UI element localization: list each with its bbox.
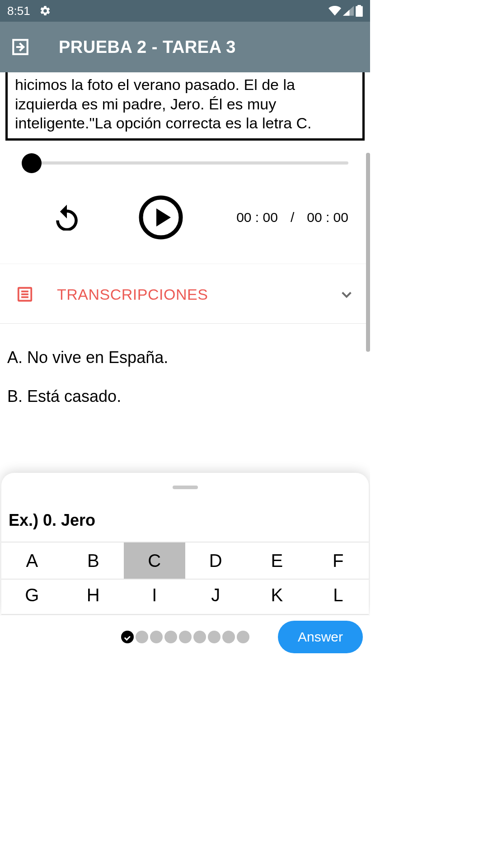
progress-dot-8[interactable] bbox=[222, 631, 235, 643]
answer-cell-A[interactable]: A bbox=[1, 542, 63, 579]
audio-player: 00 : 00 / 00 : 00 bbox=[0, 141, 370, 258]
answer-cell-I[interactable]: I bbox=[124, 580, 185, 614]
audio-time: 00 : 00 / 00 : 00 bbox=[236, 210, 348, 225]
transcripts-label: TRANSCRIPCIONES bbox=[57, 286, 316, 303]
audio-total-time: 00 : 00 bbox=[307, 210, 348, 225]
replay-icon[interactable] bbox=[55, 204, 79, 231]
status-right bbox=[328, 5, 363, 17]
answer-cell-G[interactable]: G bbox=[1, 580, 63, 614]
bottom-bar: Answer bbox=[0, 615, 370, 658]
play-icon[interactable] bbox=[138, 195, 183, 240]
audio-current-time: 00 : 00 bbox=[236, 210, 278, 225]
progress-dot-4[interactable] bbox=[164, 631, 177, 643]
status-bar: 8:51 bbox=[0, 0, 370, 22]
exit-icon[interactable] bbox=[11, 38, 30, 57]
battery-icon bbox=[356, 5, 363, 17]
scroll-indicator[interactable] bbox=[366, 153, 370, 352]
progress-dot-5[interactable] bbox=[179, 631, 192, 643]
wifi-icon bbox=[328, 6, 341, 16]
progress-dot-3[interactable] bbox=[150, 631, 163, 643]
progress-dot-9[interactable] bbox=[237, 631, 249, 643]
content-area: hicimos la foto el verano pasado. El de … bbox=[0, 72, 370, 615]
progress-dot-6[interactable] bbox=[193, 631, 206, 643]
seek-track-line bbox=[22, 161, 348, 165]
answer-cell-B[interactable]: B bbox=[63, 542, 124, 579]
seek-thumb[interactable] bbox=[22, 153, 42, 173]
chevron-down-icon bbox=[339, 287, 354, 302]
app-bar: PRUEBA 2 - TAREA 3 bbox=[0, 22, 370, 72]
cellular-icon bbox=[343, 6, 354, 16]
seek-slider[interactable] bbox=[22, 153, 348, 173]
answer-row-1: A B C D E F bbox=[1, 542, 369, 580]
page-title: PRUEBA 2 - TAREA 3 bbox=[59, 38, 236, 57]
progress-dots bbox=[121, 631, 249, 643]
answer-cell-C[interactable]: C bbox=[124, 542, 185, 579]
audio-time-separator: / bbox=[291, 210, 294, 225]
gear-icon bbox=[39, 5, 51, 17]
answer-button[interactable]: Answer bbox=[278, 621, 363, 653]
option-b: B. Está casado. bbox=[7, 377, 363, 416]
answer-cell-F[interactable]: F bbox=[308, 542, 369, 579]
answer-sheet: Ex.) 0. Jero A B C D E F G H I J K L bbox=[1, 473, 369, 615]
passage-text: hicimos la foto el verano pasado. El de … bbox=[15, 76, 312, 132]
sheet-drag-handle[interactable] bbox=[173, 486, 198, 489]
svg-rect-1 bbox=[357, 5, 361, 7]
transcript-list-icon bbox=[16, 286, 33, 303]
progress-dot-1[interactable] bbox=[121, 631, 134, 643]
passage-box: hicimos la foto el verano pasado. El de … bbox=[5, 72, 365, 141]
sheet-title: Ex.) 0. Jero bbox=[1, 511, 369, 542]
audio-controls: 00 : 00 / 00 : 00 bbox=[22, 195, 348, 240]
answer-grid: A B C D E F G H I J K L bbox=[1, 542, 369, 615]
svg-rect-0 bbox=[356, 6, 363, 17]
answer-cell-D[interactable]: D bbox=[185, 542, 247, 579]
answer-cell-J[interactable]: J bbox=[185, 580, 247, 614]
answer-cell-L[interactable]: L bbox=[308, 580, 369, 614]
progress-dot-2[interactable] bbox=[136, 631, 148, 643]
status-time: 8:51 bbox=[7, 4, 30, 18]
answer-cell-H[interactable]: H bbox=[63, 580, 124, 614]
options-list: A. No vive en España. B. Está casado. bbox=[0, 324, 370, 416]
transcripts-toggle[interactable]: TRANSCRIPCIONES bbox=[0, 264, 370, 324]
progress-dot-7[interactable] bbox=[208, 631, 221, 643]
status-left: 8:51 bbox=[7, 4, 51, 18]
answer-row-2: G H I J K L bbox=[1, 580, 369, 615]
answer-cell-E[interactable]: E bbox=[246, 542, 308, 579]
answer-cell-K[interactable]: K bbox=[246, 580, 308, 614]
option-a: A. No vive en España. bbox=[7, 338, 363, 377]
